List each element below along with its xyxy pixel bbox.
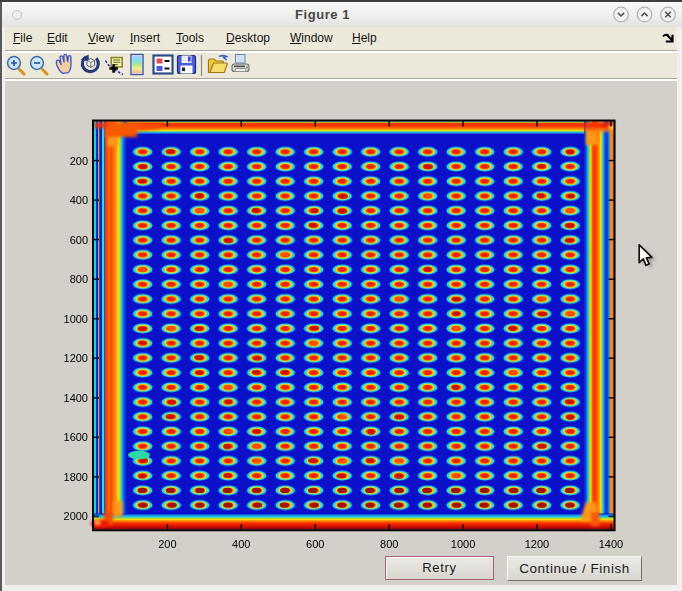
svg-text:1000: 1000 [451,538,475,550]
svg-text:800: 800 [70,273,88,285]
svg-text:1200: 1200 [525,538,549,550]
svg-text:1000: 1000 [64,313,88,325]
svg-text:400: 400 [232,538,250,550]
svg-text:200: 200 [70,155,88,167]
svg-text:600: 600 [306,538,324,550]
svg-text:1400: 1400 [64,392,88,404]
svg-text:400: 400 [70,194,88,206]
svg-text:2000: 2000 [64,510,88,522]
svg-text:1400: 1400 [599,538,623,550]
svg-text:1600: 1600 [64,431,88,443]
svg-text:1200: 1200 [64,352,88,364]
svg-text:600: 600 [70,234,88,246]
svg-text:200: 200 [158,538,176,550]
svg-text:1800: 1800 [64,471,88,483]
svg-text:800: 800 [380,538,398,550]
